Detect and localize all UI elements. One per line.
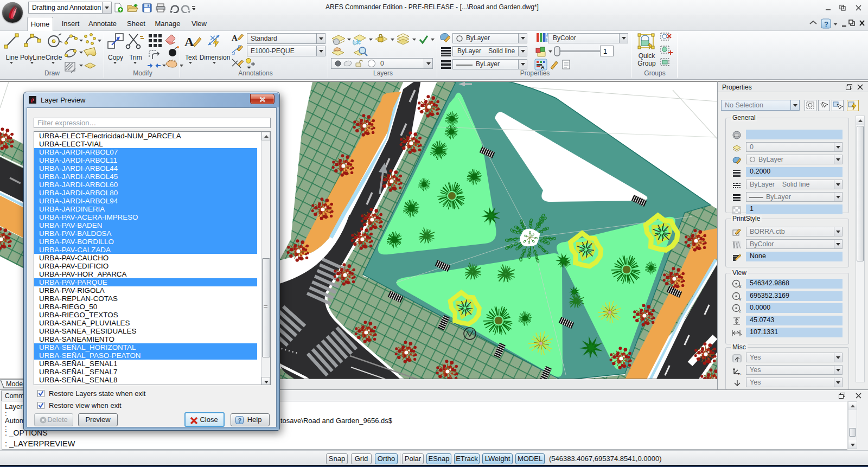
svg-text:?: ? [824, 20, 828, 28]
svg-text:0,0: 0,0 [738, 373, 742, 375]
svg-text:y: y [739, 296, 742, 300]
svg-text:A: A [184, 35, 194, 49]
svg-text:z: z [739, 308, 742, 312]
svg-text:?: ? [238, 417, 242, 424]
svg-text:A: A [232, 34, 238, 42]
svg-text:x: x [739, 284, 742, 288]
